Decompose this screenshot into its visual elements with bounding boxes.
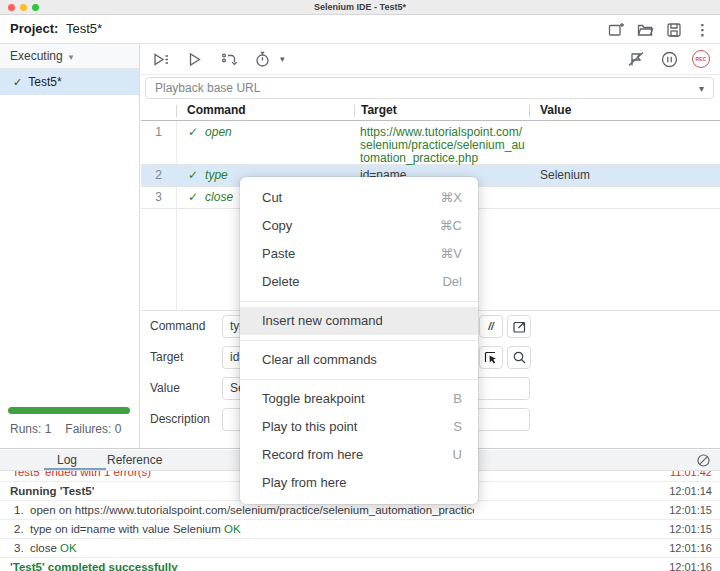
run-all-tests-button[interactable]	[150, 49, 170, 69]
search-icon	[512, 350, 527, 365]
run-stats: Runs: 1Failures: 0	[10, 422, 135, 436]
log-step-number: 2.	[14, 520, 30, 538]
log-text: 3.close OK	[14, 539, 77, 557]
passed-check-icon: ✓	[188, 190, 198, 204]
step-over-icon	[219, 50, 238, 69]
test-progress-bar	[8, 407, 130, 414]
menu-item-toggle-breakpoint[interactable]: Toggle breakpointB	[240, 385, 478, 413]
menu-item-paste[interactable]: Paste⌘V	[240, 240, 478, 268]
menu-label: Paste	[262, 246, 295, 261]
table-header: Command Target Value	[141, 102, 720, 121]
menu-item-record-from-here[interactable]: Record from hereU	[240, 441, 478, 469]
run-all-tests-icon	[151, 50, 170, 69]
selenium-ide-window: Selenium IDE - Test5* Project: Test5*	[0, 0, 720, 571]
tab-reference[interactable]: Reference	[107, 450, 162, 470]
menu-label: Insert new command	[262, 313, 383, 328]
menu-shortcut: Del	[442, 268, 462, 296]
column-header-value: Value	[540, 102, 571, 119]
playback-url-placeholder: Playback base URL	[155, 78, 260, 99]
open-window-icon	[512, 319, 527, 334]
run-current-test-button[interactable]	[184, 49, 204, 69]
log-step-number: 1.	[14, 501, 30, 519]
check-icon: ✓	[13, 76, 22, 88]
menu-shortcut: ⌘C	[440, 212, 462, 240]
disable-breakpoints-button[interactable]	[626, 49, 646, 69]
column-divider	[176, 105, 177, 117]
more-menu-button[interactable]: ⋮	[693, 20, 712, 39]
speed-chevron-down-icon[interactable]: ▾	[280, 54, 285, 64]
menu-shortcut: ⌘V	[440, 240, 462, 268]
open-reference-button[interactable]	[507, 315, 531, 338]
command-field-label: Command	[150, 315, 205, 338]
step-over-button[interactable]	[218, 49, 238, 69]
open-project-icon	[636, 21, 654, 39]
menu-item-play-from-here[interactable]: Play from here	[240, 469, 478, 497]
menu-item-play-to-this-point[interactable]: Play to this pointS	[240, 413, 478, 441]
playback-url-input[interactable]: Playback base URL ▾	[145, 77, 714, 99]
command-name: open	[205, 125, 232, 139]
command-cell: ✓type	[188, 168, 228, 182]
menu-shortcut: S	[453, 413, 462, 441]
new-project-button[interactable]	[606, 20, 625, 39]
pause-icon	[660, 50, 679, 69]
select-target-icon	[483, 350, 499, 366]
sidebar-item-test5[interactable]: ✓Test5*	[0, 69, 139, 95]
stopwatch-icon	[253, 50, 272, 69]
sidebar: Executing▾ ✓Test5* Runs: 1Failures: 0	[0, 44, 140, 448]
tab-log[interactable]: Log	[57, 450, 77, 470]
record-button[interactable]: REC	[692, 50, 710, 68]
column-header-command: Command	[187, 102, 246, 119]
column-divider	[529, 105, 530, 117]
log-timestamp: 11:01:42	[670, 471, 712, 481]
playback-url-row: Playback base URL ▾	[141, 75, 720, 102]
select-target-button[interactable]	[479, 346, 503, 369]
titlebar: Selenium IDE - Test5*	[0, 0, 720, 15]
project-bar: Project: Test5* ⋮	[0, 15, 720, 44]
log-ok-badge: OK	[224, 523, 241, 535]
menu-label: Copy	[262, 218, 292, 233]
command-cell: ✓close	[188, 190, 233, 204]
window-title: Selenium IDE - Test5*	[0, 0, 720, 15]
menu-divider	[240, 340, 478, 341]
find-target-button[interactable]	[507, 346, 531, 369]
menu-item-cut[interactable]: Cut⌘X	[240, 184, 478, 212]
tests-dropdown[interactable]: Executing▾	[0, 44, 139, 69]
table-row-1[interactable]: 1 ✓open https://www.tutorialspoint.com/s…	[141, 121, 720, 165]
playback-toolbar: ▾ REC	[141, 44, 720, 75]
log-text: 2.type on id=name with value Selenium OK	[14, 520, 241, 538]
menu-item-delete[interactable]: DeleteDel	[240, 268, 478, 296]
menu-item-copy[interactable]: Copy⌘C	[240, 212, 478, 240]
menu-divider	[240, 379, 478, 380]
clear-log-button[interactable]	[696, 453, 711, 468]
target-cell: https://www.tutorialspoint.com/selenium/…	[360, 126, 526, 165]
context-menu: Cut⌘X Copy⌘C Paste⌘V DeleteDel Insert ne…	[240, 177, 478, 504]
passed-check-icon: ✓	[188, 125, 198, 139]
open-project-button[interactable]	[635, 20, 654, 39]
passed-check-icon: ✓	[188, 168, 198, 182]
test-name: Test5*	[28, 75, 61, 89]
command-cell: ✓open	[188, 125, 232, 139]
log-text: Running 'Test5'	[10, 482, 94, 500]
log-timestamp: 12:01:15	[669, 501, 712, 519]
save-project-button[interactable]	[664, 20, 683, 39]
url-chevron-down-icon[interactable]: ▾	[699, 78, 704, 99]
column-divider	[354, 105, 355, 117]
disable-breakpoints-icon	[626, 49, 646, 69]
log-ok-badge: OK	[60, 542, 77, 554]
comment-toggle-button[interactable]: //	[479, 315, 503, 338]
clear-log-icon	[696, 453, 711, 468]
log-timestamp: 12:01:14	[669, 482, 712, 500]
pause-on-exceptions-button[interactable]	[659, 49, 679, 69]
project-label: Project:	[10, 15, 58, 43]
row-number: 3	[141, 190, 176, 204]
menu-label: Delete	[262, 274, 300, 289]
menu-shortcut: U	[453, 441, 462, 469]
test-speed-button[interactable]	[252, 49, 272, 69]
play-icon	[185, 50, 204, 69]
menu-item-clear-all-commands[interactable]: Clear all commands	[240, 346, 478, 374]
command-name: type	[205, 168, 228, 182]
menu-label: Play to this point	[262, 419, 357, 434]
menu-label: Record from here	[262, 447, 363, 462]
menu-item-insert-new-command[interactable]: Insert new command	[240, 307, 478, 335]
menu-shortcut: ⌘X	[440, 184, 462, 212]
